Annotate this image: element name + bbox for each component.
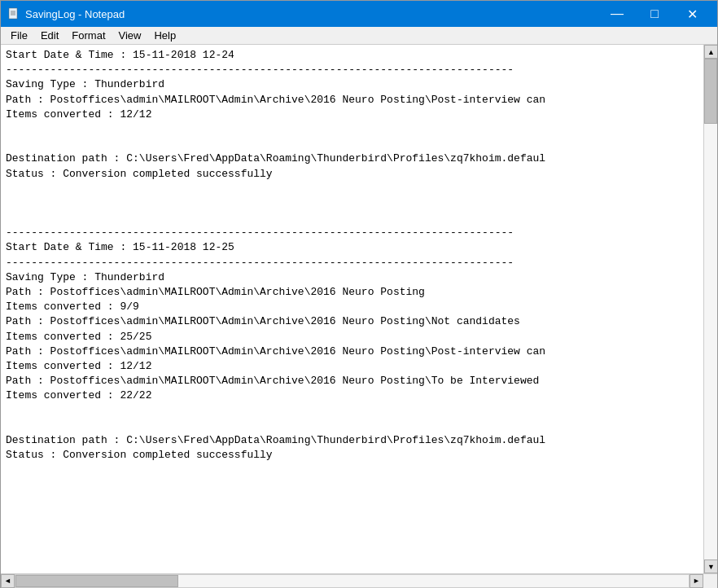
scrollbar-track-v[interactable] <box>704 59 717 559</box>
title-bar: SavingLog - Notepad — □ ✕ <box>1 1 717 27</box>
window-title: SavingLog - Notepad <box>25 8 598 20</box>
menu-edit[interactable]: Edit <box>34 27 65 45</box>
menu-bar: File Edit Format View Help <box>1 27 717 45</box>
minimize-button[interactable]: — <box>598 1 636 27</box>
window-controls: — □ ✕ <box>598 1 711 27</box>
horizontal-scrollbar: ◄ ► <box>1 574 703 587</box>
menu-help[interactable]: Help <box>147 27 182 45</box>
bottom-bar: ◄ ► <box>1 573 717 587</box>
scrollbar-thumb-v[interactable] <box>704 59 717 124</box>
close-button[interactable]: ✕ <box>673 1 711 27</box>
scrollbar-corner <box>703 574 717 588</box>
scroll-left-button[interactable]: ◄ <box>1 574 15 588</box>
menu-format[interactable]: Format <box>65 27 112 45</box>
scrollbar-track-h[interactable] <box>15 574 690 588</box>
scroll-down-button[interactable]: ▼ <box>704 559 717 573</box>
scrollbar-thumb-h[interactable] <box>15 575 178 587</box>
scroll-up-button[interactable]: ▲ <box>704 45 717 59</box>
vertical-scrollbar: ▲ ▼ <box>703 45 717 573</box>
content-area: ▲ ▼ <box>1 45 717 573</box>
maximize-button[interactable]: □ <box>636 1 673 27</box>
svg-rect-0 <box>9 8 17 19</box>
app-icon <box>7 7 20 20</box>
scroll-right-button[interactable]: ► <box>690 574 703 588</box>
text-editor[interactable] <box>1 45 703 573</box>
notepad-window: SavingLog - Notepad — □ ✕ File Edit Form… <box>0 0 718 588</box>
menu-file[interactable]: File <box>4 27 34 45</box>
menu-view[interactable]: View <box>112 27 148 45</box>
